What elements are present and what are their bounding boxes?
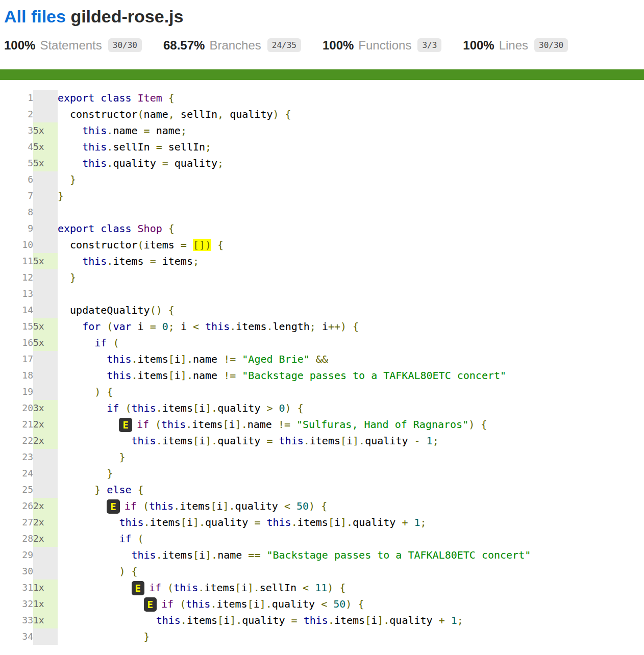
code-token: (	[161, 582, 174, 594]
code-token: =	[254, 516, 266, 528]
page-title: All files gilded-rose.js	[4, 6, 644, 27]
coverage-status-bar	[0, 69, 644, 80]
code-token: name	[193, 369, 224, 382]
code-token: {	[138, 484, 144, 496]
line-number: 34	[0, 628, 33, 645]
metric-fraction: 3/3	[417, 38, 441, 52]
code-token: [	[235, 582, 241, 594]
code-token: items	[144, 239, 181, 251]
code-token: name	[156, 124, 181, 137]
code-token: items	[334, 614, 365, 626]
code-token: {	[168, 92, 175, 104]
hit-count: 5x	[33, 155, 58, 171]
code-token: if	[107, 402, 119, 414]
code-token	[58, 516, 119, 528]
metric-percentage: 100%	[463, 38, 494, 53]
code-token: this	[266, 516, 291, 528]
code-token: items	[138, 369, 168, 382]
code-token: ].	[377, 614, 389, 626]
code-token	[58, 533, 119, 545]
code-token: .	[174, 500, 180, 512]
code-token: name	[217, 549, 248, 561]
code-token: sellIn	[113, 141, 156, 153]
code-token: Shop	[138, 222, 162, 235]
code-token: ].	[235, 418, 247, 431]
code-token: i	[334, 516, 340, 528]
code-token	[132, 92, 138, 104]
line-number: 7	[0, 188, 33, 204]
line-number: 32	[0, 596, 33, 612]
line-number: 9	[0, 220, 33, 237]
code-token: -	[414, 435, 427, 447]
code-token: length	[273, 320, 310, 333]
code-token: .	[144, 516, 150, 528]
code-line	[58, 286, 531, 302]
code-token: [	[223, 418, 229, 431]
code-token: .	[107, 124, 113, 137]
code-token: items	[138, 353, 168, 365]
code-line-row: 10 constructor(items = []) {	[0, 237, 531, 253]
hit-count: 2x	[33, 416, 58, 433]
hit-count	[33, 465, 58, 482]
code-token: ;	[181, 124, 187, 137]
coverage-metrics: 100%Statements30/3068.57%Branches24/3510…	[4, 38, 644, 53]
code-token: i	[346, 435, 353, 447]
code-token: items	[192, 418, 222, 431]
code-token: constructor	[58, 239, 138, 251]
code-token: if	[125, 500, 137, 512]
breadcrumb-all-files-link[interactable]: All files	[4, 7, 66, 26]
code-token: items	[150, 516, 181, 528]
code-token: ) {	[345, 598, 364, 610]
code-token	[58, 386, 94, 398]
code-token: this	[205, 320, 230, 333]
code-token: [	[181, 516, 187, 528]
code-token: (	[137, 500, 149, 512]
hit-count	[33, 628, 58, 645]
code-line: if (this.items[i].quality > 0) {	[58, 400, 531, 416]
code-token: 50	[333, 598, 345, 610]
code-line: this.items[i].name != "Backstage passes …	[58, 367, 531, 384]
code-token	[162, 222, 168, 235]
code-token: export	[58, 222, 94, 235]
hit-count	[33, 286, 58, 302]
code-token: <	[321, 598, 333, 610]
code-token: class	[101, 92, 131, 104]
line-number: 6	[0, 171, 33, 188]
hit-count	[33, 384, 58, 400]
line-number: 27	[0, 514, 33, 531]
code-token: sellIn	[181, 108, 217, 120]
line-number: 15	[0, 318, 33, 335]
metric-percentage: 100%	[4, 38, 35, 53]
line-number: 26	[0, 498, 33, 514]
metric-fraction: 24/35	[267, 38, 301, 52]
code-token: ) {	[468, 418, 487, 431]
code-line: this.sellIn = sellIn;	[58, 139, 531, 155]
code-token: =	[291, 614, 304, 626]
code-token	[94, 222, 101, 235]
code-token: this	[149, 500, 174, 512]
code-token	[58, 467, 107, 480]
code-token	[58, 353, 107, 365]
code-line: constructor(items = []) {	[58, 237, 531, 253]
code-line-row: 45x this.sellIn = sellIn;	[0, 139, 531, 155]
code-line-row: 12 }	[0, 269, 531, 286]
code-token: !=	[224, 353, 242, 365]
code-line-row: 6 }	[0, 171, 531, 188]
code-line: if (	[58, 531, 531, 547]
line-number: 8	[0, 204, 33, 220]
hit-count: 5x	[33, 122, 58, 139]
code-token: !=	[278, 418, 296, 431]
metric-fraction: 30/30	[534, 38, 568, 52]
code-token: ].	[340, 516, 353, 528]
line-number: 2	[0, 106, 33, 122]
code-token	[58, 320, 82, 333]
code-token	[132, 222, 138, 235]
code-line: this.quality = quality;	[58, 155, 531, 171]
code-token	[58, 369, 107, 382]
hit-count: 2x	[33, 514, 58, 531]
hit-count: 1x	[33, 612, 58, 628]
code-token: [	[217, 614, 224, 626]
code-token	[310, 353, 316, 365]
code-token: [	[247, 598, 254, 610]
code-token: else	[107, 484, 131, 496]
